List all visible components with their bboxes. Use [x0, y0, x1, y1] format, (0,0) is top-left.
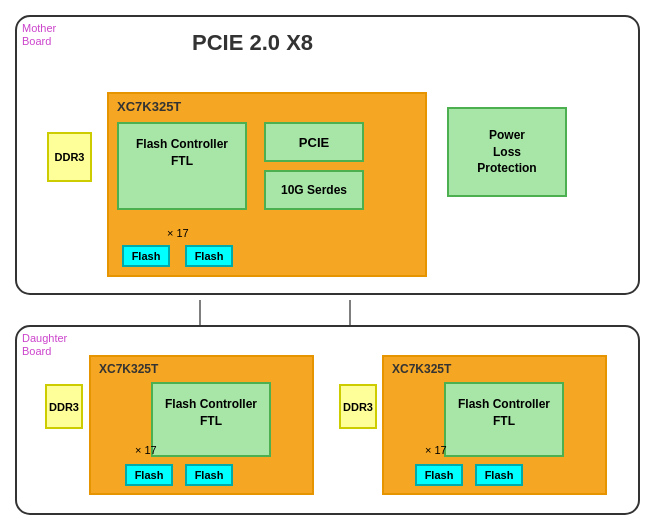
ddr3-mother: DDR3 — [47, 132, 92, 182]
flash-box-dright-1: Flash — [415, 464, 463, 486]
flash-ctrl-dleft-label: Flash Controller FTL — [153, 384, 269, 430]
flash-row-dleft: Flash Flash — [125, 464, 233, 486]
x17-dleft-label: × 17 — [135, 444, 157, 456]
ddr3-dleft-label: DDR3 — [49, 401, 79, 413]
flash-row-mother: Flash Flash — [122, 245, 233, 267]
pcie-inner-box: PCIE — [264, 122, 364, 162]
flash-ctrl-dright-label: Flash Controller FTL — [446, 384, 562, 430]
mother-board-label: Mother Board — [22, 22, 56, 48]
flash-ctrl-mother-box: Flash Controller FTL — [117, 122, 247, 210]
flash-ctrl-dright: Flash Controller FTL — [444, 382, 564, 457]
mother-board: Mother Board PCIE 2.0 X8 XC7K325T Flash … — [15, 15, 640, 295]
flash-label-dleft-2: Flash — [195, 469, 224, 481]
ddr3-dleft: DDR3 — [45, 384, 83, 429]
flash-box-dright-2: Flash — [475, 464, 523, 486]
ddr3-dright: DDR3 — [339, 384, 377, 429]
serdes-label: 10G Serdes — [281, 183, 347, 197]
flash-label-dleft-1: Flash — [135, 469, 164, 481]
power-loss-box: Power Loss Protection — [447, 107, 567, 197]
x17-mother-text: × 17 — [167, 227, 189, 239]
xc7k-mother-label: XC7K325T — [117, 99, 181, 114]
flash-label-dright-2: Flash — [485, 469, 514, 481]
flash-box-dleft-1: Flash — [125, 464, 173, 486]
xc7k-dright-label: XC7K325T — [392, 362, 451, 376]
xc7k-dleft-label: XC7K325T — [99, 362, 158, 376]
x17-mother-label: × 17 — [167, 227, 189, 239]
flash-label-dright-1: Flash — [425, 469, 454, 481]
power-loss-label: Power Loss Protection — [477, 127, 536, 177]
daughter-board: Daughter Board XC7K325T Flash Controller… — [15, 325, 640, 515]
flash-ctrl-mother-label: Flash Controller FTL — [119, 124, 245, 170]
flash-ctrl-dright-line2: FTL — [493, 414, 515, 428]
diagram-container: Mother Board PCIE 2.0 X8 XC7K325T Flash … — [0, 0, 657, 529]
flash-ctrl-dleft-line1: Flash Controller — [165, 397, 257, 411]
flash-row-dright: Flash Flash — [415, 464, 523, 486]
flash-box-mother-1: Flash — [122, 245, 170, 267]
pcie-inner-label: PCIE — [299, 135, 329, 150]
ddr3-dright-label: DDR3 — [343, 401, 373, 413]
ddr3-mother-label: DDR3 — [55, 151, 85, 163]
flash-ctrl-line1: Flash Controller — [136, 137, 228, 151]
x17-dleft-text: × 17 — [135, 444, 157, 456]
serdes-box: 10G Serdes — [264, 170, 364, 210]
pcie-header: PCIE 2.0 X8 — [192, 30, 313, 56]
flash-ctrl-dleft-line2: FTL — [200, 414, 222, 428]
flash-label-mother-1: Flash — [132, 250, 161, 262]
flash-box-dleft-2: Flash — [185, 464, 233, 486]
x17-dright-text: × 17 — [425, 444, 447, 456]
flash-box-mother-2: Flash — [185, 245, 233, 267]
x17-dright-label: × 17 — [425, 444, 447, 456]
flash-ctrl-line2: FTL — [171, 154, 193, 168]
flash-label-mother-2: Flash — [195, 250, 224, 262]
flash-ctrl-dleft: Flash Controller FTL — [151, 382, 271, 457]
daughter-board-label: Daughter Board — [22, 332, 67, 358]
flash-ctrl-dright-line1: Flash Controller — [458, 397, 550, 411]
